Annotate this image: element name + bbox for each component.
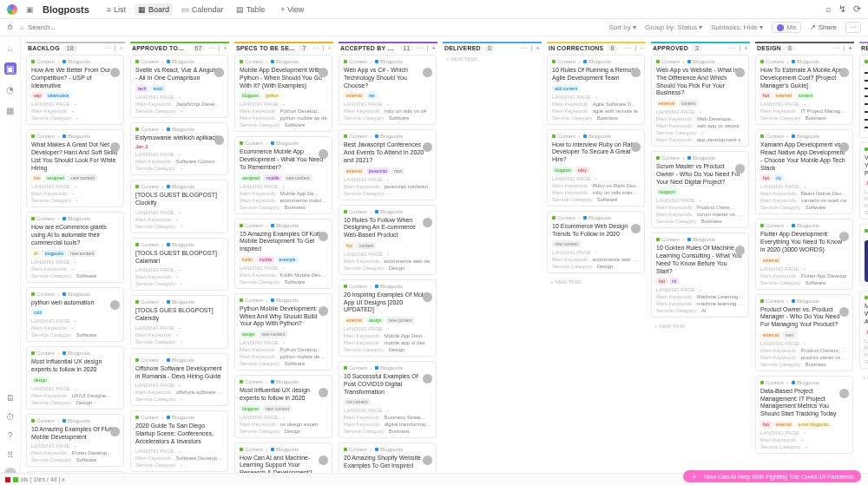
tag[interactable]: net [366, 92, 378, 99]
tag[interactable]: hot [31, 174, 43, 181]
tag[interactable]: not content [344, 398, 371, 405]
app-logo[interactable] [7, 4, 17, 15]
tag[interactable]: react [150, 85, 165, 92]
more-options-button[interactable]: ⋯ [845, 22, 861, 33]
tag[interactable]: new [391, 167, 404, 174]
tag[interactable]: ruby [575, 167, 589, 174]
task-card[interactable]: Content › Blogposts [859, 224, 868, 286]
assignee-avatar[interactable] [839, 389, 849, 398]
tag[interactable]: content [679, 100, 698, 107]
tag[interactable]: new content [68, 250, 96, 257]
tag[interactable]: new [783, 331, 796, 338]
assignee-avatar[interactable] [110, 300, 120, 310]
task-card[interactable]: Content › BlogpostsWhat Makes A Great Do… [26, 129, 124, 207]
tag[interactable]: mobile [264, 174, 282, 181]
tag[interactable]: external [344, 167, 365, 174]
task-card[interactable]: Content › BlogpostsProduct Owner vs. Pro… [755, 294, 853, 371]
tag[interactable]: junior blogposts [796, 421, 832, 428]
task-card[interactable]: Content › BlogpostsEstymowanie wielkich … [130, 122, 228, 176]
assignee-avatar[interactable] [423, 292, 432, 302]
task-card[interactable]: Content › BlogpostsHow To Estimate A Mob… [755, 55, 853, 125]
task-card[interactable]: Content › BlogpostsOffshore Software Dev… [130, 353, 228, 407]
tag[interactable]: design [31, 377, 49, 383]
tag[interactable]: add content [552, 85, 580, 92]
task-card[interactable]: Content › Blogposts[TOOLS GUEST BLOGPOST… [130, 238, 228, 292]
assignee-avatar[interactable] [631, 224, 641, 233]
new-task-button[interactable]: + NEW TASK [859, 373, 868, 382]
task-card[interactable]: Content › BlogpostsFlutter App Developme… [755, 219, 853, 289]
task-card[interactable]: Content › BlogpostsPython Mobile Develop… [234, 293, 332, 370]
column-add-icon[interactable]: + [848, 44, 852, 52]
column-menu-icon[interactable]: ⋯ [312, 44, 319, 52]
tag[interactable]: cold [31, 309, 44, 316]
tag[interactable]: design [366, 317, 385, 324]
assignee-avatar[interactable] [319, 68, 328, 77]
task-card[interactable]: Content › Blogposts[TOOLS GUES BLOGPOST]… [130, 295, 228, 349]
assignee-avatar[interactable] [319, 456, 328, 465]
tag[interactable]: xly [773, 174, 784, 181]
task-card[interactable]: Content › Blogposts10 Ecommerce Web Desi… [547, 211, 645, 274]
task-card[interactable]: Content › Blogposts10 Amazing Examples O… [26, 414, 124, 468]
apps-icon[interactable]: ⠿ [4, 449, 16, 461]
tag[interactable]: hot [760, 92, 772, 99]
tag[interactable]: assign [240, 331, 257, 338]
tag[interactable]: new content [69, 174, 97, 181]
column-add-icon[interactable]: + [119, 44, 123, 52]
task-card[interactable]: Content › BlogpostsHow are eCommerce gia… [26, 212, 124, 282]
share-button[interactable]: ↗ Share [810, 23, 837, 31]
task-card[interactable]: Content › BlogpostsBest Javascript Confe… [339, 129, 437, 200]
tag[interactable]: blogpost [240, 405, 261, 412]
assignee-avatar[interactable] [110, 68, 120, 77]
column-collapse-icon[interactable]: ⟩ [322, 44, 325, 52]
task-card[interactable]: Content › BlogpostsMobile App Developmen… [234, 55, 332, 132]
tag[interactable]: blogposts [43, 250, 66, 257]
tag[interactable]: hot [865, 329, 868, 336]
search-icon[interactable]: ⌕ [825, 3, 832, 15]
floating-task-pill[interactable]: How Can AI Help With Fighting The Covid-… [683, 470, 861, 482]
tag[interactable]: javascript [366, 167, 390, 174]
column-menu-icon[interactable]: ⋯ [104, 44, 111, 52]
column-add-icon[interactable]: + [431, 44, 436, 52]
tag[interactable]: tech [135, 85, 148, 92]
tag[interactable]: external [344, 92, 365, 99]
column-menu-icon[interactable]: ⋯ [625, 44, 632, 52]
column-menu-icon[interactable]: ⋯ [729, 44, 736, 52]
add-view-button[interactable]: + View [277, 3, 307, 16]
home-icon[interactable]: ⌂ [4, 42, 16, 54]
notifications-icon[interactable]: ◔ [4, 83, 16, 95]
task-card[interactable]: Content › Blogposts2020 Guide To San Die… [130, 410, 228, 471]
tag[interactable]: mobile [257, 256, 275, 263]
tag[interactable]: hot [656, 278, 667, 285]
assignee-avatar[interactable] [110, 427, 120, 436]
tag[interactable]: new content [386, 317, 415, 324]
task-card[interactable]: Content › BlogpostsEcommerce Mobile App … [234, 136, 332, 213]
new-task-button[interactable]: + NEW TASK [547, 278, 645, 286]
column-collapse-icon[interactable]: ⟩ [426, 44, 429, 52]
column-add-icon[interactable]: + [223, 44, 227, 52]
new-task-button[interactable]: + NEW TASK [651, 322, 749, 331]
tag[interactable]: usp [31, 92, 43, 99]
tag[interactable]: content [357, 242, 376, 249]
task-card[interactable]: Content › BlogpostsMost influential UX d… [234, 375, 332, 438]
search-input[interactable] [28, 23, 201, 31]
assignee-avatar[interactable] [319, 306, 328, 316]
assignee-avatar[interactable] [319, 232, 328, 241]
tag[interactable]: external [773, 421, 794, 428]
task-card[interactable]: Content › Blogposts[TOOLS GUEST BLOGPOST… [130, 180, 228, 233]
task-card[interactable]: Content › Blogposts 20182019522019522019 [859, 55, 868, 138]
help-icon[interactable]: ? [4, 429, 16, 442]
assignee-avatar[interactable] [214, 135, 224, 145]
tag[interactable]: ideamotive [45, 92, 71, 99]
column-menu-icon[interactable]: ⋯ [208, 44, 215, 52]
tag[interactable]: hot [760, 421, 772, 428]
task-card[interactable]: Content › Blogpostspython web automation… [26, 287, 124, 343]
column-menu-icon[interactable]: ⋯ [833, 44, 840, 52]
tag[interactable]: external [344, 317, 365, 324]
tag[interactable]: new content [552, 240, 581, 247]
assignee-avatar[interactable] [214, 68, 224, 77]
tag[interactable]: ml [669, 278, 679, 285]
assignee-avatar[interactable] [839, 68, 849, 77]
tag[interactable]: external [760, 257, 781, 264]
assignee-avatar[interactable] [423, 374, 432, 383]
status-tabs[interactable]: xls | 1hrs / 4d | x [21, 476, 65, 482]
